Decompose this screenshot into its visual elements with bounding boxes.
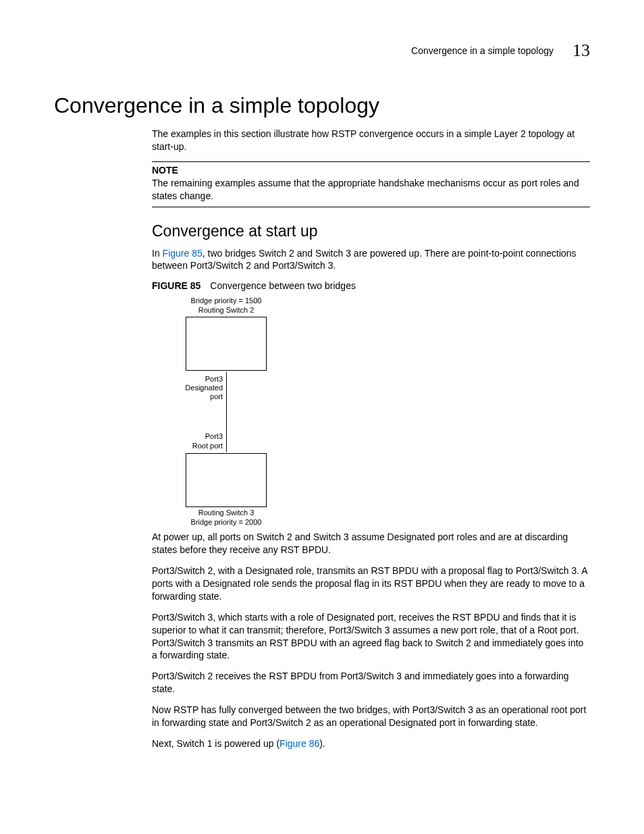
figure-caption: FIGURE 85Convergence between two bridges — [152, 280, 590, 291]
note-text: The remaining examples assume that the a… — [152, 177, 590, 203]
fig85-link: Port3 Designated port Port3 Root port — [186, 372, 266, 452]
figure-label: FIGURE 85 — [152, 280, 200, 291]
note-block: NOTE The remaining examples assume that … — [152, 161, 590, 207]
figure-85-diagram: Bridge priority = 1500 Routing Switch 2 … — [159, 296, 294, 527]
fig85-bridge-priority-bottom: Bridge priority = 2000 — [159, 518, 294, 527]
fig85-port-label-top: Port3 Designated port — [185, 375, 223, 402]
fig85-bottom-label: Routing Switch 3 Bridge priority = 2000 — [159, 509, 294, 527]
text-run: , two bridges Switch 2 and Switch 3 are … — [152, 248, 576, 271]
fig85-switch-top: Routing Switch 2 — [159, 306, 294, 315]
fig85-bridge-priority-top: Bridge priority = 1500 — [159, 296, 294, 306]
paragraph: Port3/Switch 3, which starts with a role… — [152, 611, 590, 662]
fig85-switch-bottom: Routing Switch 3 — [159, 509, 294, 518]
page: Convergence in a simple topology 13 Conv… — [0, 0, 644, 834]
section-heading: Convergence in a simple topology — [54, 93, 590, 118]
fig85-top-label: Bridge priority = 1500 Routing Switch 2 — [159, 296, 294, 315]
intro-paragraph: The examples in this section illustrate … — [152, 128, 590, 153]
fig85-box-top — [186, 317, 267, 371]
paragraph: At power up, all ports on Switch 2 and S… — [152, 531, 590, 556]
crossref-figure-85[interactable]: Figure 85 — [163, 248, 203, 259]
running-header: Convergence in a simple topology 13 — [54, 41, 590, 61]
paragraph: Port3/Switch 2, with a Designated role, … — [152, 565, 590, 603]
paragraph-last: Next, Switch 1 is powered up (Figure 86)… — [152, 737, 590, 750]
text-run: Next, Switch 1 is powered up ( — [152, 738, 279, 749]
body-column: The examples in this section illustrate … — [152, 128, 590, 750]
text-run: Port3 — [192, 432, 223, 441]
figure-title: Convergence between two bridges — [210, 280, 356, 291]
subsection-heading: Convergence at start up — [152, 222, 590, 240]
crossref-figure-86[interactable]: Figure 86 — [279, 738, 319, 749]
fig85-port-label-bottom: Port3 Root port — [192, 432, 223, 450]
text-run: ). — [319, 738, 325, 749]
fig85-connection-line — [226, 372, 227, 452]
text-run: Root port — [192, 442, 223, 450]
paragraph-lead: In Figure 85, two bridges Switch 2 and S… — [152, 247, 590, 273]
fig85-box-bottom — [186, 453, 267, 507]
text-run: In — [152, 248, 163, 259]
text-run: Designated — [185, 384, 223, 392]
running-title: Convergence in a simple topology — [411, 45, 554, 56]
chapter-number: 13 — [572, 41, 590, 61]
paragraph: Port3/Switch 2 receives the RST BPDU fro… — [152, 670, 590, 696]
text-run: port — [185, 392, 223, 401]
note-label: NOTE — [152, 165, 590, 176]
text-run: Port3 — [185, 375, 223, 384]
paragraph: Now RSTP has fully converged between the… — [152, 704, 590, 729]
